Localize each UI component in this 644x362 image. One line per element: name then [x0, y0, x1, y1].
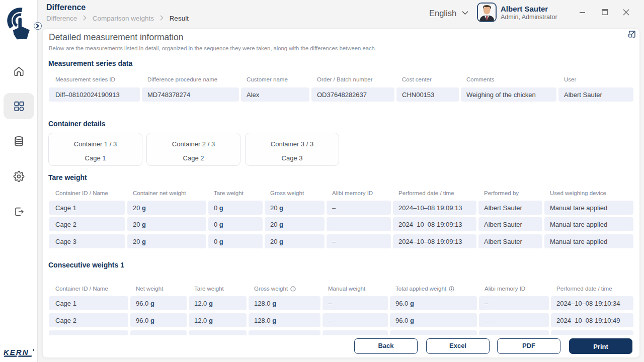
svg-text:KERN: KERN — [4, 349, 29, 356]
